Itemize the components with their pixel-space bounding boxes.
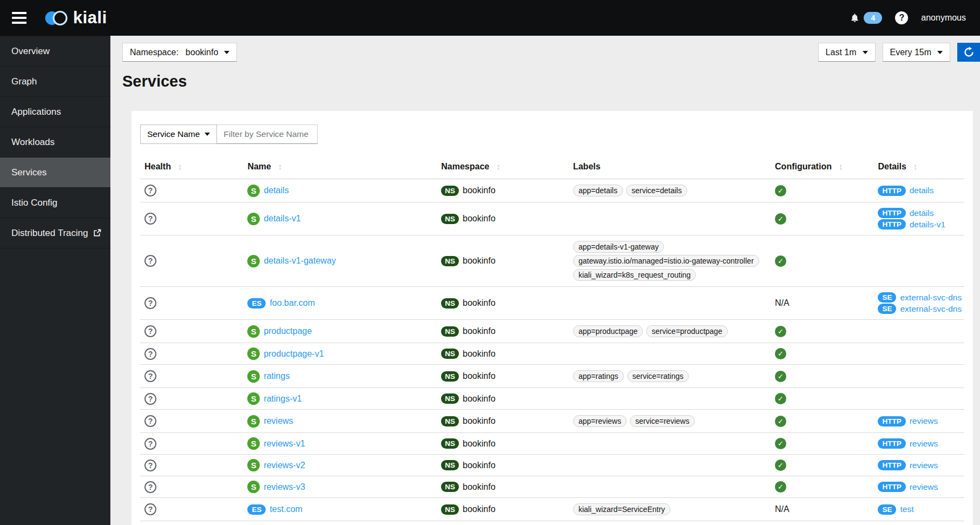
column-header-namespace[interactable]: Namespace↕ [437, 155, 569, 179]
service-link[interactable]: foo.bar.com [269, 298, 315, 308]
valid-config-icon: ✓ [775, 438, 786, 449]
service-badge: S [247, 437, 260, 450]
kiali-brand-link[interactable]: kiali [44, 8, 107, 28]
valid-config-icon: ✓ [775, 213, 786, 225]
detail-link[interactable]: external-svc-dns [900, 304, 962, 314]
service-link[interactable]: productpage-v1 [264, 349, 324, 359]
notification-count-badge: 4 [864, 12, 882, 24]
sort-icon[interactable]: ↕ [278, 162, 282, 171]
services-card: Service Name Health↕Name↕Namespace↕Label… [131, 111, 973, 525]
namespace-badge: NS [441, 349, 459, 359]
label-chip: app=ratings [573, 370, 624, 382]
detail-link[interactable]: reviews [910, 461, 938, 470]
namespace-select[interactable]: Namespace: bookinfo [122, 43, 237, 62]
sidebar-item-istio-config[interactable]: Istio Config [0, 188, 110, 218]
namespace-name: bookinfo [463, 214, 496, 224]
column-header-labels: Labels [569, 155, 771, 179]
namespace-name: bookinfo [463, 186, 496, 195]
table-row: ?SdetailsNSbookinfoapp=detailsservice=de… [140, 179, 964, 202]
health-unknown-icon: ? [144, 503, 156, 515]
sidebar-item-graph[interactable]: Graph [0, 67, 110, 97]
service-link[interactable]: details [264, 186, 288, 195]
service-badge: S [247, 415, 260, 428]
namespace-name: bookinfo [463, 256, 496, 266]
sidebar-item-overview[interactable]: Overview [0, 36, 110, 67]
namespace-name: bookinfo [463, 482, 496, 492]
service-link[interactable]: details-v1 [264, 214, 300, 224]
sort-icon[interactable]: ↕ [839, 162, 843, 171]
label-chip: kiali_wizard=ServiceEntry [573, 503, 670, 515]
column-header-details[interactable]: Details↕ [873, 155, 964, 179]
chevron-down-icon [205, 133, 210, 136]
filter-type-select[interactable]: Service Name [140, 124, 217, 144]
hamburger-menu-button[interactable] [10, 10, 29, 26]
label-chip: service=ratings [627, 370, 689, 382]
namespace-name: bookinfo [463, 504, 496, 514]
sidebar-item-label: Applications [11, 107, 61, 117]
column-header-health[interactable]: Health↕ [140, 155, 243, 179]
namespace-value: bookinfo [186, 48, 219, 57]
user-menu[interactable]: anonymous [921, 13, 966, 23]
detail-link[interactable]: external-svc-dns [900, 293, 962, 303]
service-link[interactable]: reviews-v3 [264, 482, 305, 492]
table-row: ?Sdetails-v1NSbookinfo✓HTTPdetailsHTTPde… [140, 202, 964, 235]
table-header-row: Health↕Name↕Namespace↕LabelsConfiguratio… [140, 155, 964, 179]
table-row: ?EStest.comNSbookinfokiali_wizard=Servic… [140, 498, 964, 521]
sidebar-item-distributed-tracing[interactable]: Distributed Tracing [0, 218, 110, 248]
sort-icon[interactable]: ↕ [178, 162, 182, 171]
refresh-button[interactable] [957, 43, 980, 62]
refresh-icon [963, 47, 975, 58]
services-table: Health↕Name↕Namespace↕LabelsConfiguratio… [140, 155, 964, 521]
health-unknown-icon: ? [144, 393, 156, 405]
namespace-name: bookinfo [463, 349, 496, 359]
duration-select[interactable]: Last 1m [818, 43, 876, 62]
service-link[interactable]: details-v1-gateway [264, 256, 336, 266]
notifications-button[interactable]: 4 [850, 12, 882, 24]
detail-link[interactable]: reviews [910, 439, 938, 449]
detail-link[interactable]: details [910, 208, 934, 218]
help-button[interactable]: ? [895, 11, 908, 24]
sort-icon[interactable]: ↕ [913, 162, 918, 171]
detail-link[interactable]: reviews [910, 416, 938, 426]
health-unknown-icon: ? [144, 460, 156, 471]
http-badge: HTTP [878, 482, 905, 492]
masthead-right: 4 ? anonymous [850, 11, 966, 24]
service-entry-badge: SE [878, 292, 896, 303]
detail-link[interactable]: test [900, 504, 913, 514]
namespace-name: bookinfo [463, 326, 496, 336]
label-chip: app=reviews [573, 415, 627, 427]
sidebar-item-label: Graph [11, 76, 37, 87]
service-badge: S [247, 459, 260, 471]
http-badge: HTTP [878, 219, 905, 229]
health-unknown-icon: ? [144, 325, 156, 337]
sort-icon[interactable]: ↕ [496, 162, 501, 171]
service-link[interactable]: reviews [264, 416, 293, 426]
refresh-interval-select[interactable]: Every 15m [883, 43, 950, 62]
detail-link[interactable]: details [910, 186, 934, 195]
label-chip: app=productpage [573, 325, 643, 337]
service-link[interactable]: reviews-v1 [264, 439, 305, 449]
filter-input[interactable] [217, 124, 318, 144]
health-unknown-icon: ? [144, 213, 156, 225]
sidebar-item-workloads[interactable]: Workloads [0, 127, 110, 158]
top-toolbar: Namespace: bookinfo Last 1m Every 15m [110, 36, 980, 62]
table-row: ?Sreviews-v3NSbookinfo✓HTTPreviews [140, 476, 964, 498]
kiali-logo-icon [44, 8, 69, 28]
service-badge: S [247, 213, 260, 225]
namespace-name: bookinfo [463, 371, 496, 381]
column-header-configuration[interactable]: Configuration↕ [771, 155, 873, 179]
service-link[interactable]: reviews-v2 [264, 461, 305, 470]
service-link[interactable]: productpage [264, 326, 312, 336]
column-header-name[interactable]: Name↕ [243, 155, 437, 179]
chevron-down-icon [863, 51, 868, 54]
health-unknown-icon: ? [144, 255, 156, 267]
service-badge: S [247, 370, 260, 383]
sidebar-item-applications[interactable]: Applications [0, 97, 110, 127]
service-link[interactable]: ratings [264, 371, 290, 381]
label-chip: service=reviews [630, 415, 695, 427]
detail-link[interactable]: details-v1 [910, 220, 945, 229]
service-link[interactable]: ratings-v1 [264, 394, 301, 404]
service-link[interactable]: test.com [269, 504, 302, 514]
detail-link[interactable]: reviews [910, 482, 938, 492]
sidebar-item-services[interactable]: Services [0, 158, 110, 188]
